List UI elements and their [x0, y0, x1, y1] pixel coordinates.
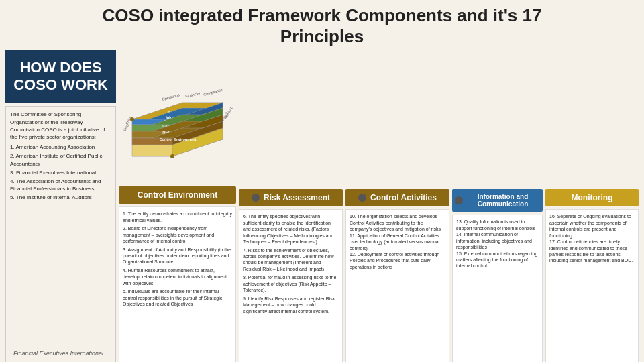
list-item: 4. The Association of Accountants and Fi…: [10, 178, 111, 192]
principle-14: 14. Internal communication of informatio…: [456, 231, 539, 250]
svg-point-31: [170, 154, 174, 158]
coso-cube-svg: Monitoring Information & Communication C…: [122, 52, 233, 183]
list-item: 5. The Institute of Internal Auditors: [10, 194, 111, 201]
diagram-placeholder-monitor: [545, 50, 639, 186]
control-activities-content: 10. The organization selects and develop…: [345, 209, 449, 362]
principle-4: 4. Human Resources commitment to attract…: [123, 267, 232, 286]
control-environment-header: Control Environment: [119, 186, 236, 204]
list-item: 2. American Institute of Certified Publi…: [10, 152, 111, 167]
principle-17: 17. Control deficiencies are timely iden…: [549, 239, 635, 264]
control-activities-header: Control Activities: [345, 189, 449, 206]
principle-6: 6. The entity specifies objectives with …: [243, 213, 339, 245]
diagram-placeholder-risk: [239, 50, 343, 186]
principle-5: 5. Individuals are accountable for their…: [123, 288, 232, 307]
control-activities-column: Control Activities 10. The organization …: [345, 50, 449, 362]
main-content: HOW DOES COSO WORK The Committee of Spon…: [0, 50, 644, 362]
information-communication-content: 13. Quality Information is used to suppo…: [452, 215, 543, 362]
risk-assessment-content: 6. The entity specifies objectives with …: [239, 209, 343, 362]
svg-text:Compliance: Compliance: [203, 88, 223, 97]
info-bullet: [455, 196, 463, 204]
list-item: 3. Financial Executives International: [10, 169, 111, 176]
principle-2: 2. Board of Directors Independency from …: [123, 225, 232, 244]
control-environment-column: Monitoring Information & Communication C…: [119, 50, 236, 362]
page-title: COSO integrated Framework Components and…: [13, 5, 631, 47]
monitoring-column: Monitoring 16. Separate or Ongoing evalu…: [545, 50, 639, 362]
information-communication-header: Information and Communication: [452, 189, 543, 212]
left-column: HOW DOES COSO WORK The Committee of Spon…: [5, 50, 116, 362]
principle-13: 13. Quality Information is used to suppo…: [456, 219, 539, 231]
diagram-placeholder-info: [452, 50, 543, 186]
principle-16: 16. Separate or Ongoing evaluations to a…: [549, 213, 635, 239]
risk-assessment-column: Risk Assessment 6. The entity specifies …: [239, 50, 343, 362]
organizations-box: The Committee of Sponsoring Organization…: [5, 106, 116, 362]
how-does-box: HOW DOES COSO WORK: [5, 50, 116, 103]
ctrl-act-bullet: [358, 194, 366, 202]
footer: Financial Executives International: [13, 350, 103, 357]
org-list: 1. American Accounting Association 2. Am…: [10, 143, 111, 201]
principle-15: 15. External communications regarding ma…: [456, 251, 539, 269]
principle-10: 10. The organization selects and develop…: [350, 213, 445, 232]
principle-8: 8. Potential for fraud in assessing risk…: [243, 274, 339, 293]
svg-point-30: [130, 117, 134, 121]
risk-assessment-header: Risk Assessment: [239, 189, 343, 206]
information-communication-column: Information and Communication 13. Qualit…: [452, 50, 543, 362]
principle-9: 9. Identify Risk Responses and register …: [243, 296, 339, 314]
risk-bullet: [252, 194, 260, 202]
coso-diagram: Monitoring Information & Communication C…: [119, 50, 236, 184]
principle-12: 12. Deployment of control activities thr…: [350, 251, 445, 270]
principle-1: 1. The entity demonstrates a commitment …: [123, 210, 232, 223]
principle-11: 11. Application of General Control Activ…: [350, 233, 445, 251]
header: COSO integrated Framework Components and…: [0, 0, 644, 50]
diagram-placeholder-ctrl: [345, 50, 449, 186]
monitoring-header: Monitoring: [545, 189, 639, 206]
principle-3: 3. Assignment of Authority and Responsib…: [123, 247, 232, 265]
control-environment-content: 1. The entity demonstrates a commitment …: [119, 206, 236, 362]
list-item: 1. American Accounting Association: [10, 143, 111, 151]
page: COSO integrated Framework Components and…: [0, 0, 644, 362]
svg-text:Control Environment: Control Environment: [160, 137, 197, 141]
principle-7: 7. Risks to the achievement of objective…: [243, 247, 339, 273]
svg-text:Financial: Financial: [185, 91, 201, 99]
svg-text:Operations: Operations: [162, 93, 180, 102]
monitoring-content: 16. Separate or Ongoing evaluations to a…: [545, 209, 639, 362]
